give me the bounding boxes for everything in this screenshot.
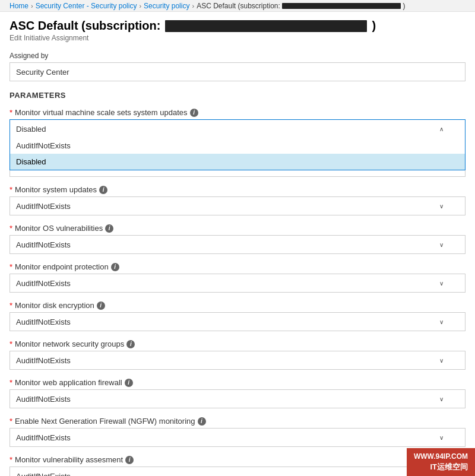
redacted-subscription-title [165,20,367,32]
assigned-by-input[interactable] [10,62,466,81]
dropdown-selected-3[interactable]: AuditIfNotExists∨ [10,235,466,254]
param-label-9: * Monitor vulnerability assesmenti [10,455,466,464]
dropdown-list-0: AuditIfNotExistsDisabled [10,138,466,170]
param-label-text-4: Monitor endpoint protection [15,262,109,271]
dropdown-arrow-7: ∨ [439,396,444,402]
content-area: #InfosecMatter Assigned by PARAMETERS * … [0,45,475,476]
param-row-9: * Monitor vulnerability assesmentiAuditI… [10,455,466,476]
required-asterisk-9: * [10,455,12,464]
dropdown-value-3: AuditIfNotExists [16,240,71,249]
dropdown-5[interactable]: AuditIfNotExists∨ [10,312,466,331]
dropdown-arrow-5: ∨ [439,319,444,325]
dropdown-7[interactable]: AuditIfNotExists∨ [10,389,466,408]
dropdown-selected-4[interactable]: AuditIfNotExists∨ [10,274,466,293]
dropdown-3[interactable]: AuditIfNotExists∨ [10,235,466,254]
page-title: ASC Default (subscription: ) [10,19,466,33]
assigned-by-label: Assigned by [10,52,466,60]
info-icon-2[interactable]: i [99,186,107,194]
dropdown-value-2: AuditIfNotExists [16,202,71,211]
dropdown-value-5: AuditIfNotExists [16,318,71,326]
breadcrumb-sep-1: › [31,2,33,9]
info-icon-4[interactable]: i [111,263,119,271]
dropdown-value-9: AuditIfNotExists [16,472,71,477]
dropdown-option-0-1[interactable]: Disabled [10,154,465,170]
param-row-3: * Monitor OS vulnerabilitiesiAuditIfNotE… [10,224,466,254]
dropdown-arrow-2: ∨ [439,203,444,210]
dropdown-0[interactable]: Disabled∧AuditIfNotExistsDisabled [10,119,466,138]
parameters-header: PARAMETERS [10,91,466,100]
page-subtitle: Edit Initiative Assignment [10,34,466,42]
redacted-subscription-breadcrumb [282,3,401,9]
dropdown-6[interactable]: AuditIfNotExists∨ [10,351,466,370]
dropdown-8[interactable]: AuditIfNotExists∨ [10,428,466,447]
info-icon-0[interactable]: i [190,109,198,117]
dropdown-arrow-8: ∨ [439,434,444,441]
dropdown-arrow-4: ∨ [439,280,444,287]
params-container: * Monitor virtual machine scale sets sys… [10,108,466,476]
breadcrumb-security-policy[interactable]: Security policy [144,2,189,10]
param-row-7: * Monitor web application firewalliAudit… [10,378,466,408]
dropdown-arrow-0: ∧ [439,126,444,132]
branding: WWW.94IP.COM IT运维空间 [407,448,475,476]
dropdown-value-7: AuditIfNotExists [16,395,71,404]
param-label-text-3: Monitor OS vulnerabilities [15,224,103,233]
dropdown-value-4: AuditIfNotExists [16,279,71,288]
dropdown-selected-7[interactable]: AuditIfNotExists∨ [10,389,466,408]
dropdown-selected-9[interactable]: AuditIfNotExists∨ [10,467,466,476]
branding-tagline: IT运维空间 [414,462,468,472]
required-asterisk-8: * [10,417,12,426]
info-icon-3[interactable]: i [105,224,113,233]
page-header: ASC Default (subscription: ) Edit Initia… [0,12,475,45]
breadcrumb-sep-3: › [192,2,194,9]
dropdown-2[interactable]: AuditIfNotExists∨ [10,196,466,215]
info-icon-7[interactable]: i [125,379,133,387]
dropdown-value-8: AuditIfNotExists [16,433,71,442]
required-asterisk-4: * [10,262,12,271]
breadcrumb-sep-2: › [139,2,141,9]
param-label-text-5: Monitor disk encryption [15,301,94,310]
param-label-6: * Monitor network security groupsi [10,339,466,348]
dropdown-value-0: Disabled [16,125,46,134]
dropdown-9[interactable]: AuditIfNotExists∨ [10,467,466,476]
param-row-6: * Monitor network security groupsiAuditI… [10,339,466,370]
param-label-3: * Monitor OS vulnerabilitiesi [10,224,466,233]
param-row-2: * Monitor system updatesiAuditIfNotExist… [10,185,466,215]
info-icon-6[interactable]: i [126,340,135,348]
breadcrumb-security-center[interactable]: Security Center - Security policy [36,2,137,10]
breadcrumb: Home › Security Center - Security policy… [0,0,475,12]
dropdown-arrow-6: ∨ [439,357,444,364]
param-label-text-9: Monitor vulnerability assesment [15,455,123,464]
param-label-text-8: Enable Next Generation Firewall (NGFW) m… [15,417,195,426]
param-row-0: * Monitor virtual machine scale sets sys… [10,108,466,138]
breadcrumb-home[interactable]: Home [10,2,28,10]
info-icon-8[interactable]: i [198,417,206,426]
param-label-7: * Monitor web application firewalli [10,378,466,387]
required-asterisk-3: * [10,224,12,233]
param-label-8: * Enable Next Generation Firewall (NGFW)… [10,417,466,426]
param-label-text-7: Monitor web application firewall [15,378,122,387]
required-asterisk-2: * [10,185,12,194]
dropdown-option-0-0[interactable]: AuditIfNotExists [10,138,465,154]
assigned-by-group: Assigned by [10,52,466,81]
dropdown-selected-0[interactable]: Disabled∧ [10,119,466,138]
param-row-4: * Monitor endpoint protectioniAuditIfNot… [10,262,466,293]
param-label-2: * Monitor system updatesi [10,185,466,194]
required-asterisk-0: * [10,108,12,117]
param-label-text-2: Monitor system updates [15,185,97,194]
dropdown-selected-5[interactable]: AuditIfNotExists∨ [10,312,466,331]
dropdown-selected-6[interactable]: AuditIfNotExists∨ [10,351,466,370]
param-label-5: * Monitor disk encryptioni [10,301,466,310]
param-label-text-6: Monitor network security groups [15,339,124,348]
dropdown-4[interactable]: AuditIfNotExists∨ [10,274,466,293]
dropdown-selected-2[interactable]: AuditIfNotExists∨ [10,196,466,215]
dropdown-arrow-3: ∨ [439,242,444,248]
branding-site: WWW.94IP.COM [414,452,468,462]
dropdown-value-6: AuditIfNotExists [16,356,71,365]
breadcrumb-current: ASC Default (subscription: ) [197,2,405,10]
param-label-4: * Monitor endpoint protectioni [10,262,466,271]
required-asterisk-6: * [10,339,12,348]
info-icon-5[interactable]: i [97,302,105,310]
dropdown-selected-8[interactable]: AuditIfNotExists∨ [10,428,466,447]
info-icon-9[interactable]: i [125,456,134,464]
required-asterisk-5: * [10,301,12,310]
